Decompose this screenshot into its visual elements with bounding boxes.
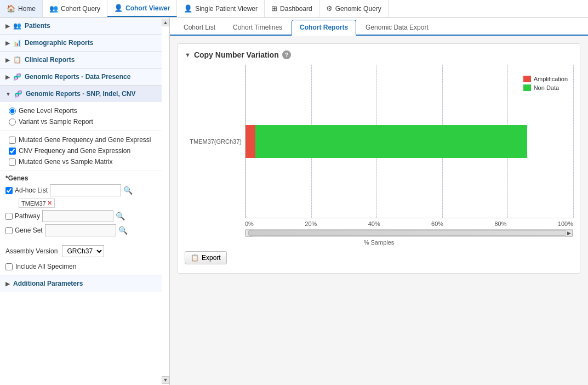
demographic-triangle: ▶ [5, 40, 10, 46]
nav-cohort-query[interactable]: 👥 Cohort Query [43, 0, 107, 17]
genomic-query-icon: ⚙ [326, 4, 333, 13]
pathway-input[interactable] [42, 210, 113, 222]
sidebar-scroll-up[interactable]: ▲ [162, 19, 169, 26]
chart-wrapper: TMEM37(GRCh37) [185, 65, 573, 246]
genomic-snp-icon: 🧬 [14, 90, 22, 98]
genomic-data-header[interactable]: ▶ 🧬 Genomic Reports - Data Presence [0, 69, 162, 85]
checkbox-mutated-gene-freq-input[interactable] [9, 137, 16, 144]
assembly-row: Assembly Version GRCh37 GRCh38 [0, 242, 162, 261]
scrollbar-right-arrow[interactable]: ▶ [565, 230, 573, 236]
genomic-data-icon: 🧬 [13, 73, 21, 81]
pathway-checkbox[interactable] [5, 213, 13, 220]
gene-tag-tmem37: TMEM37 ✕ [19, 199, 55, 208]
radio-gene-level[interactable]: Gene Level Reports [5, 105, 156, 116]
pathway-search-button[interactable]: 🔍 [116, 212, 125, 220]
nav-cohort-viewer-label: Cohort Viewer [125, 4, 170, 12]
chart-inner: TMEM37(GRCh37) [185, 65, 573, 218]
clinical-label: Clinical Reports [25, 56, 75, 64]
genomic-data-triangle: ▶ [5, 74, 10, 80]
x-label-0: 0% [245, 220, 254, 227]
scrollbar-thumb[interactable] [248, 230, 570, 236]
checkbox-mutated-gene-freq[interactable]: Mutated Gene Frequency and Gene Expressi [5, 134, 156, 145]
additional-params[interactable]: ▶ Additional Parameters [0, 275, 162, 292]
tab-genomic-data-export-label: Genomic Data Export [366, 24, 429, 31]
chart-collapse-icon[interactable]: ▼ [185, 52, 191, 58]
tab-cohort-reports[interactable]: Cohort Reports [292, 20, 356, 36]
checkbox-cnv-freq-input[interactable] [9, 148, 16, 155]
nav-home-label: Home [18, 5, 36, 13]
genes-label: *Genes [5, 174, 156, 182]
sidebar: ▶ 👥 Patients ▶ 📊 Demographic Reports ▶ 📋 [0, 18, 170, 385]
demographic-header[interactable]: ▶ 📊 Demographic Reports [0, 35, 162, 51]
checkbox-mutated-matrix[interactable]: Mutated Gene vs Sample Matrix [5, 156, 156, 167]
genomic-snp-label: Genomic Reports - SNP, Indel, CNV [26, 90, 135, 98]
radio-gene-level-label: Gene Level Reports [19, 107, 77, 115]
legend-nondata: Non Data [523, 84, 568, 91]
home-icon: 🏠 [7, 4, 15, 13]
nav-single-patient[interactable]: 👤 Single Patient Viewer [177, 0, 265, 17]
demographic-icon: 📊 [13, 39, 21, 47]
nav-cohort-viewer[interactable]: 👤 Cohort Viewer [107, 0, 177, 17]
radio-variant-sample-input[interactable] [9, 118, 16, 126]
gene-tag-remove[interactable]: ✕ [47, 200, 52, 207]
checkbox-mutated-matrix-label: Mutated Gene vs Sample Matrix [19, 158, 112, 166]
x-label-60: 60% [431, 220, 443, 227]
adhoc-checkbox[interactable] [5, 187, 13, 194]
geneset-input[interactable] [45, 224, 116, 236]
nav-single-patient-label: Single Patient Viewer [195, 5, 258, 13]
legend-amplification-color [523, 76, 531, 82]
genomic-snp-header[interactable]: ▼ 🧬 Genomic Reports - SNP, Indel, CNV [0, 86, 162, 102]
tab-cohort-timelines[interactable]: Cohort Timelines [225, 20, 290, 35]
checkbox-cnv-freq[interactable]: CNV Frequency and Gene Expression [5, 145, 156, 156]
nav-cohort-query-label: Cohort Query [61, 5, 100, 13]
geneset-checkbox[interactable] [5, 227, 13, 234]
sidebar-scroll-down[interactable]: ▼ [162, 376, 169, 384]
gene-tag-label: TMEM37 [21, 200, 46, 207]
chart-help-icon[interactable]: ? [282, 50, 291, 59]
checkbox-mutated-matrix-input[interactable] [9, 158, 16, 166]
patients-header[interactable]: ▶ 👥 Patients [0, 18, 162, 34]
genes-section: *Genes Ad-hoc List 🔍 TMEM37 ✕ [0, 171, 162, 242]
adhoc-search-button[interactable]: 🔍 [123, 186, 133, 195]
include-specimen-checkbox[interactable] [5, 263, 13, 270]
x-label-40: 40% [368, 220, 380, 227]
nav-home[interactable]: 🏠 Home [0, 0, 43, 17]
x-label-20: 20% [305, 220, 317, 227]
single-patient-icon: 👤 [184, 4, 192, 13]
sidebar-section-genomic-data: ▶ 🧬 Genomic Reports - Data Presence [0, 69, 162, 86]
sidebar-inner: ▶ 👥 Patients ▶ 📊 Demographic Reports ▶ 📋 [0, 18, 162, 292]
clinical-header[interactable]: ▶ 📋 Clinical Reports [0, 52, 162, 68]
assembly-label: Assembly Version [5, 247, 58, 255]
adhoc-input[interactable] [50, 184, 121, 196]
include-specimen-row: Include All Specimen [0, 261, 162, 275]
export-icon: 📋 [191, 254, 199, 262]
chart-scrollbar[interactable]: ◀ ▶ [245, 229, 573, 237]
tab-cohort-list[interactable]: Cohort List [175, 20, 224, 35]
x-axis-title: % Samples [185, 239, 573, 246]
gene-tags: TMEM37 ✕ [5, 199, 156, 208]
nav-dashboard[interactable]: ⊞ Dashboard [265, 0, 319, 17]
adhoc-row: Ad-hoc List 🔍 [5, 184, 156, 196]
radio-variant-sample[interactable]: Variant vs Sample Report [5, 116, 156, 127]
cohort-viewer-icon: 👤 [114, 4, 123, 12]
patients-label: Patients [25, 22, 50, 30]
tab-cohort-reports-label: Cohort Reports [300, 24, 348, 31]
sidebar-scrollbar: ▲ ▼ [162, 18, 169, 385]
assembly-select[interactable]: GRCh37 GRCh38 [62, 245, 104, 257]
bar-amplification [246, 125, 255, 158]
tab-cohort-list-label: Cohort List [184, 24, 215, 31]
geneset-search-button[interactable]: 🔍 [118, 226, 128, 235]
export-button[interactable]: 📋 Export [185, 251, 227, 264]
legend-nondata-label: Non Data [534, 84, 559, 91]
sidebar-section-patients: ▶ 👥 Patients [0, 18, 162, 35]
tab-cohort-timelines-label: Cohort Timelines [233, 24, 282, 31]
chart-legend: Amplification Non Data [523, 76, 568, 93]
tab-genomic-data-export[interactable]: Genomic Data Export [357, 20, 437, 35]
nav-genomic-query[interactable]: ⚙ Genomic Query [319, 0, 389, 17]
chart-title-row: ▼ Copy Number Variation ? [185, 50, 573, 59]
dashboard-icon: ⊞ [271, 4, 277, 13]
additional-params-icon: ▶ [5, 281, 10, 287]
radio-gene-level-input[interactable] [9, 107, 16, 115]
include-specimen-label: Include All Specimen [15, 263, 76, 270]
genomic-data-label: Genomic Reports - Data Presence [25, 73, 130, 81]
